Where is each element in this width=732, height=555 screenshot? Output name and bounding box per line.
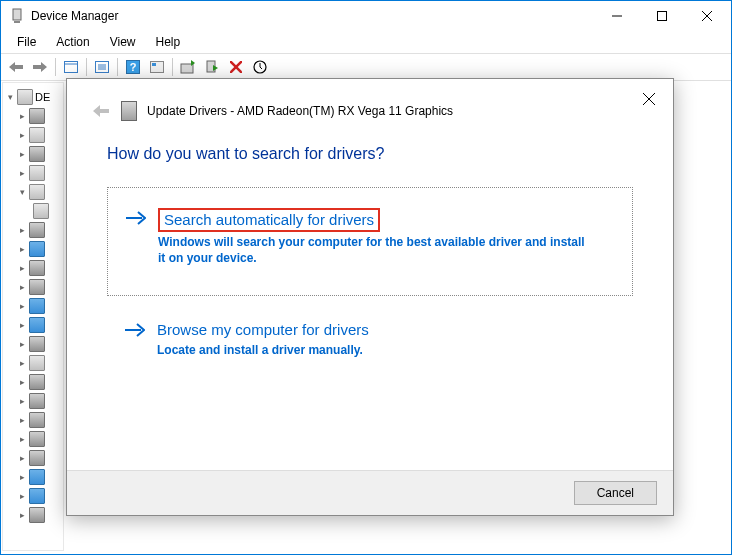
dialog-close-button[interactable] [637, 87, 661, 111]
device-card-icon [121, 101, 137, 121]
chevron-right-icon[interactable]: ▸ [17, 396, 27, 406]
device-category-icon [29, 507, 45, 523]
chevron-right-icon[interactable]: ▸ [17, 225, 27, 235]
device-category-icon [29, 431, 45, 447]
arrow-right-icon [126, 211, 146, 227]
chevron-right-icon[interactable]: ▸ [17, 244, 27, 254]
device-category-icon [29, 393, 45, 409]
help-button[interactable]: ? [122, 56, 144, 78]
scan-button[interactable] [146, 56, 168, 78]
update-driver-dialog: Update Drivers - AMD Radeon(TM) RX Vega … [66, 78, 674, 516]
titlebar: Device Manager [1, 1, 731, 31]
chevron-right-icon[interactable]: ▸ [17, 358, 27, 368]
device-category-icon [29, 412, 45, 428]
uninstall-button[interactable] [225, 56, 247, 78]
chevron-right-icon[interactable]: ▸ [17, 510, 27, 520]
toolbar: ? [1, 53, 731, 81]
device-tree[interactable]: ▾DE ▸ ▸ ▸ ▸ ▾ ▸ ▸ ▸ ▸ ▸ ▸ ▸ ▸ ▸ ▸ ▸ ▸ ▸ … [2, 82, 64, 551]
chevron-right-icon[interactable]: ▸ [17, 130, 27, 140]
device-icon [33, 203, 49, 219]
option-browse-title: Browse my computer for drivers [157, 320, 369, 340]
option-browse-desc: Locate and install a driver manually. [157, 342, 369, 359]
chevron-right-icon[interactable]: ▸ [17, 339, 27, 349]
tree-root-label: DE [35, 91, 50, 103]
forward-button[interactable] [29, 56, 51, 78]
svg-text:?: ? [130, 61, 137, 73]
chevron-right-icon[interactable]: ▸ [17, 377, 27, 387]
enable-button[interactable] [201, 56, 223, 78]
chevron-right-icon[interactable]: ▸ [17, 149, 27, 159]
chevron-right-icon[interactable]: ▸ [17, 301, 27, 311]
back-arrow-icon[interactable] [91, 101, 111, 121]
menubar: File Action View Help [1, 31, 731, 53]
dialog-question: How do you want to search for drivers? [107, 145, 633, 163]
app-icon [9, 8, 25, 24]
window-title: Device Manager [31, 9, 594, 23]
minimize-button[interactable] [594, 2, 639, 31]
maximize-button[interactable] [639, 2, 684, 31]
properties-button[interactable] [91, 56, 113, 78]
menu-view[interactable]: View [102, 33, 144, 51]
device-category-icon [29, 127, 45, 143]
cancel-button[interactable]: Cancel [574, 481, 657, 505]
dialog-title: Update Drivers - AMD Radeon(TM) RX Vega … [147, 104, 453, 118]
option-search-auto[interactable]: Search automatically for drivers Windows… [126, 202, 614, 273]
chevron-right-icon[interactable]: ▸ [17, 453, 27, 463]
chevron-right-icon[interactable]: ▸ [17, 111, 27, 121]
svg-rect-15 [152, 63, 156, 66]
scan-hardware-button[interactable] [249, 56, 271, 78]
chevron-right-icon[interactable]: ▸ [17, 434, 27, 444]
back-button[interactable] [5, 56, 27, 78]
chevron-right-icon[interactable]: ▸ [17, 320, 27, 330]
close-button[interactable] [684, 2, 729, 31]
chevron-right-icon[interactable]: ▸ [17, 168, 27, 178]
svg-rect-3 [657, 12, 666, 21]
device-category-icon [29, 184, 45, 200]
device-category-icon [29, 374, 45, 390]
device-category-icon [29, 241, 45, 257]
svg-rect-0 [13, 9, 21, 20]
device-category-icon [29, 279, 45, 295]
chevron-down-icon[interactable]: ▾ [5, 92, 15, 102]
device-category-icon [29, 222, 45, 238]
show-hidden-button[interactable] [60, 56, 82, 78]
device-category-icon [29, 450, 45, 466]
computer-icon [17, 89, 33, 105]
svg-rect-6 [65, 62, 78, 73]
menu-file[interactable]: File [9, 33, 44, 51]
menu-action[interactable]: Action [48, 33, 97, 51]
update-driver-button[interactable] [177, 56, 199, 78]
device-category-icon [29, 108, 45, 124]
arrow-right-icon [125, 323, 145, 339]
chevron-down-icon[interactable]: ▾ [17, 187, 27, 197]
svg-rect-1 [14, 21, 20, 23]
menu-help[interactable]: Help [148, 33, 189, 51]
chevron-right-icon[interactable]: ▸ [17, 415, 27, 425]
device-category-icon [29, 355, 45, 371]
option-browse[interactable]: Browse my computer for drivers Locate an… [107, 314, 633, 364]
device-category-icon [29, 260, 45, 276]
device-category-icon [29, 336, 45, 352]
device-category-icon [29, 146, 45, 162]
device-category-icon [29, 317, 45, 333]
device-category-icon [29, 488, 45, 504]
chevron-right-icon[interactable]: ▸ [17, 491, 27, 501]
chevron-right-icon[interactable]: ▸ [17, 282, 27, 292]
device-category-icon [29, 469, 45, 485]
chevron-right-icon[interactable]: ▸ [17, 263, 27, 273]
option-auto-desc: Windows will search your computer for th… [158, 234, 588, 268]
device-category-icon [29, 165, 45, 181]
device-category-icon [29, 298, 45, 314]
option-auto-title: Search automatically for drivers [164, 211, 374, 228]
chevron-right-icon[interactable]: ▸ [17, 472, 27, 482]
